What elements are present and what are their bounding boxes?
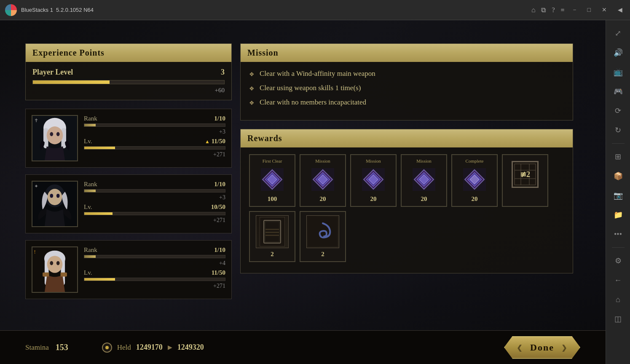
reward-label-2: Mission <box>366 158 381 163</box>
rank-bar-fill-2 <box>84 190 96 192</box>
exp-header: Experience Points <box>26 44 231 62</box>
back-button[interactable]: ◀ <box>615 6 625 13</box>
rank-plus-3: +4 <box>84 260 225 267</box>
player-level-value: 3 <box>221 68 225 77</box>
done-button[interactable]: Done <box>504 336 580 359</box>
lv-value-1: ▲ 11/50 <box>205 138 225 145</box>
small-icon-2 <box>306 215 339 248</box>
reward-icon-5: ≢2 <box>512 161 539 188</box>
lv-bar-1 <box>84 146 225 150</box>
lv-label-1: Lv. <box>84 138 92 145</box>
lv-label-2: Lv. <box>84 203 92 211</box>
held-group: Held 1249170 ▶ 1249320 <box>102 343 204 353</box>
home-sidebar-icon[interactable]: ⌂ <box>610 292 626 308</box>
svg-rect-56 <box>265 235 279 236</box>
rank-bar-fill-3 <box>84 255 96 258</box>
reward-mission-3: Mission 20 <box>401 154 447 207</box>
help-icon[interactable]: ? <box>552 6 555 14</box>
game-area: Experience Points Player Level 3 +60 <box>0 20 606 364</box>
minimize-button[interactable]: − <box>571 7 579 13</box>
svg-text:!: ! <box>34 249 36 255</box>
char-avatar-2: ✦ <box>32 181 78 227</box>
held-current-value: 1249170 <box>136 343 163 352</box>
stamina-label: Stamina <box>25 343 49 352</box>
maximize-button[interactable]: □ <box>585 7 593 13</box>
exp-bar <box>32 80 225 84</box>
expand-icon[interactable]: ⤢ <box>610 25 626 41</box>
lv-bar-2 <box>84 212 225 215</box>
reward-value-1: 20 <box>320 195 326 203</box>
reward-icon-0 <box>259 166 286 193</box>
mission-diamond-1: ❖ <box>249 71 255 78</box>
screen-icon[interactable]: 📺 <box>610 64 626 80</box>
rank-value-3: 1/10 <box>214 246 225 254</box>
lv-bar-fill-3 <box>84 278 115 281</box>
svg-text:✝: ✝ <box>34 118 38 123</box>
lv-bar-fill-2 <box>84 212 113 215</box>
char-avatar-1: ✝ <box>32 115 78 161</box>
sidebar-divider-1 <box>612 143 625 144</box>
volume-icon[interactable]: 🔊 <box>610 45 626 61</box>
rank-label-1: Rank <box>84 115 97 122</box>
apps-icon[interactable]: ⊞ <box>610 149 626 165</box>
svg-point-19 <box>50 261 53 265</box>
svg-point-12 <box>56 194 60 198</box>
home-titlebar-icon[interactable]: ⌂ <box>531 6 536 14</box>
exp-plus: +60 <box>32 87 225 94</box>
reward-first-clear: First Clear 100 <box>249 154 295 207</box>
reward-label-1: Mission <box>315 158 330 163</box>
bluestacks-logo <box>5 4 17 16</box>
app-title: BlueStacks 1 5.2.0.1052 N64 <box>21 7 531 13</box>
held-arrow-icon: ▶ <box>168 344 172 351</box>
reward-value-0: 100 <box>268 195 277 203</box>
mission-item-3: ❖ Clear with no members incapacitated <box>249 98 564 107</box>
rank-label-2: Rank <box>84 181 97 188</box>
reward-value-4: 20 <box>472 195 478 203</box>
settings-icon[interactable]: ⚙ <box>610 253 626 269</box>
svg-point-5 <box>50 132 53 136</box>
close-button[interactable]: ✕ <box>599 6 609 13</box>
svg-rect-55 <box>265 232 279 233</box>
mission-section: Mission ❖ Clear with a Wind-affinity mai… <box>240 43 573 120</box>
small-reward-value-2: 2 <box>321 251 324 258</box>
lv-bar-fill-1 <box>84 147 115 149</box>
menu-icon[interactable]: ≡ <box>561 6 565 14</box>
rewards-grid-top: First Clear 100 Mis <box>249 154 564 207</box>
titlebar-controls: ⌂ ⧉ ? ≡ − □ ✕ ◀ <box>531 6 625 14</box>
reward-mission-2: Mission 20 <box>350 154 397 207</box>
rank-label-3: Rank <box>84 246 97 254</box>
reward-value-2: 20 <box>370 195 377 203</box>
reward-complete: Complete 20 <box>451 154 498 207</box>
folder-icon[interactable]: 📁 <box>610 207 626 223</box>
rank-value-1: 1/10 <box>214 115 225 122</box>
lv-label-3: Lv. <box>84 269 92 276</box>
gamepad-icon[interactable]: 🎮 <box>610 83 626 99</box>
character-card-3: ! Rank 1/10 +4 Lv. 11/50 +2 <box>25 240 232 299</box>
more-icon[interactable]: ••• <box>610 226 626 242</box>
reward-icon-3 <box>410 166 437 193</box>
reward-label-3: Mission <box>416 158 431 163</box>
mission-header: Mission <box>241 44 573 62</box>
small-reward-value-1: 2 <box>271 251 274 258</box>
rotate-icon[interactable]: ↻ <box>610 122 626 138</box>
recent-icon[interactable]: ◫ <box>610 311 626 327</box>
rank-value-2: 1/10 <box>214 181 225 188</box>
exp-section: Experience Points Player Level 3 +60 <box>25 43 232 100</box>
svg-point-11 <box>50 194 53 198</box>
camera-icon[interactable]: 📷 <box>610 187 626 203</box>
refresh-icon[interactable]: ⟳ <box>610 103 626 119</box>
reward-small-2: 2 <box>300 211 346 262</box>
apk-icon[interactable]: 📦 <box>610 168 626 184</box>
copy-titlebar-icon[interactable]: ⧉ <box>541 6 546 14</box>
exp-bar-fill <box>33 80 110 84</box>
back-sidebar-icon[interactable]: ← <box>610 272 626 288</box>
svg-point-18 <box>47 256 63 273</box>
rewards-grid-bottom: 2 2 <box>249 211 564 262</box>
reward-label-4: Complete <box>466 158 484 163</box>
stamina-value: 153 <box>56 343 68 352</box>
lv-value-2: 10/50 <box>211 203 225 211</box>
mission-item-2: ❖ Clear using weapon skills 1 time(s) <box>249 84 564 92</box>
rewards-section: Rewards First Clear <box>240 129 573 273</box>
small-icon-1 <box>256 215 289 248</box>
right-sidebar: ⤢ 🔊 📺 🎮 ⟳ ↻ ⊞ 📦 📷 📁 ••• ⚙ ← ⌂ ◫ <box>606 20 630 364</box>
